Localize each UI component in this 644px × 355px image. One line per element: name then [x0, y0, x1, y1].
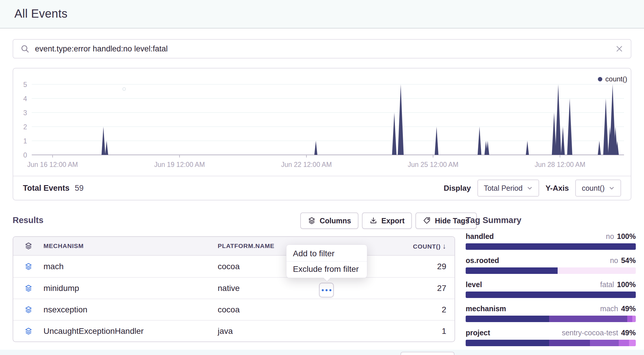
tag-bar-segment[interactable]: [549, 316, 627, 322]
tag-top-value: mach: [600, 304, 618, 313]
total-events-value: 59: [75, 184, 84, 193]
tag-summary-panel: Tag Summary handledno100%os.rootedno54%l…: [466, 212, 636, 346]
count-cell: 2: [335, 305, 455, 314]
tag-bar-segment[interactable]: [627, 316, 632, 322]
table-row[interactable]: nsexceptioncocoa2: [13, 299, 455, 320]
svg-text:Jun 28 12:00 AM: Jun 28 12:00 AM: [535, 161, 586, 168]
tag-summary-row: os.rootedno54%: [466, 256, 636, 274]
download-icon: [369, 217, 378, 225]
yaxis-label: Y-Axis: [546, 184, 569, 193]
search-bar[interactable]: [13, 39, 631, 58]
mechanism-cell: nsexception: [43, 305, 218, 314]
layers-icon: [13, 327, 43, 335]
table-body: machcocoa29minidumpnative27nsexceptionco…: [13, 256, 455, 341]
mechanism-cell: mach: [43, 262, 218, 271]
events-chart-card: 012345Jun 16 12:00 AMJun 19 12:00 AMJun …: [13, 68, 631, 200]
tag-bar-segment[interactable]: [466, 316, 549, 322]
platform-cell: native: [218, 284, 335, 293]
results-table: MECHANISM PLATFORM.NAME COUNT()↓ machcoc…: [13, 236, 455, 342]
columns-button[interactable]: Columns: [300, 212, 358, 229]
tag-name: os.rooted: [466, 256, 499, 265]
results-heading: Results: [13, 215, 43, 225]
table-header: MECHANISM PLATFORM.NAME COUNT()↓: [13, 237, 455, 256]
svg-text:Jun 19 12:00 AM: Jun 19 12:00 AM: [154, 161, 205, 168]
tag-distribution-bar[interactable]: [466, 340, 636, 346]
tag-bar-segment[interactable]: [549, 340, 590, 346]
tag-percent: 100%: [617, 232, 636, 241]
legend-dot: [598, 77, 602, 81]
display-dropdown[interactable]: Total Period: [477, 180, 539, 197]
tag-name: level: [466, 280, 482, 289]
table-row[interactable]: machcocoa29: [13, 256, 455, 277]
chevron-down-icon: [609, 185, 615, 191]
tag-summary-row: levelfatal100%: [466, 280, 636, 298]
tag-distribution-bar[interactable]: [466, 316, 636, 322]
tag-bar-segment[interactable]: [590, 340, 619, 346]
layers-icon: [13, 242, 43, 250]
tag-bar-segment[interactable]: [629, 340, 636, 346]
tag-distribution-bar[interactable]: [466, 243, 636, 250]
tag-summary-row: mechanismmach49%: [466, 304, 636, 322]
layers-icon: [13, 284, 43, 292]
svg-text:5: 5: [23, 81, 27, 88]
row-actions-button[interactable]: [319, 283, 334, 297]
layers-icon: [308, 217, 316, 225]
svg-text:1: 1: [23, 137, 27, 145]
legend-label: count(): [605, 75, 627, 83]
pagination-button-cutoff[interactable]: [400, 352, 455, 355]
tag-bar-segment[interactable]: [466, 292, 636, 298]
tag-top-value: no: [606, 232, 614, 241]
column-header-mechanism[interactable]: MECHANISM: [43, 242, 218, 249]
svg-text:4: 4: [23, 95, 27, 103]
tag-summary-row: handledno100%: [466, 232, 636, 250]
tag-percent: 100%: [617, 280, 636, 289]
table-row[interactable]: UncaughtExceptionHandlerjava1: [13, 320, 455, 341]
tag-percent: 49%: [621, 304, 636, 313]
display-label: Display: [444, 184, 471, 193]
tag-distribution-bar[interactable]: [466, 267, 636, 274]
yaxis-dropdown[interactable]: count(): [575, 180, 621, 197]
page-bottom-strip: [0, 350, 644, 355]
close-icon[interactable]: [615, 44, 624, 53]
tag-bar-segment[interactable]: [558, 267, 636, 274]
tag-percent: 49%: [621, 329, 636, 337]
chart-legend[interactable]: count(): [598, 75, 627, 83]
results-toolbar: Columns Export Hide Tags: [300, 212, 477, 229]
event-chart-svg[interactable]: 012345Jun 16 12:00 AMJun 19 12:00 AMJun …: [13, 68, 631, 176]
chevron-down-icon: [527, 185, 533, 191]
tag-bar-segment[interactable]: [619, 340, 629, 346]
svg-text:Jun 16 12:00 AM: Jun 16 12:00 AM: [27, 161, 78, 168]
table-row[interactable]: minidumpnative27: [13, 277, 455, 299]
menu-item-exclude-from-filter[interactable]: Exclude from filter: [286, 261, 367, 277]
layers-icon: [13, 306, 43, 314]
page-title: All Events: [14, 7, 68, 20]
total-events-label: Total Events: [23, 184, 70, 193]
search-input[interactable]: [35, 44, 615, 53]
all-events-page: All Events 012345Jun 16 12:00 AMJun 19 1…: [0, 0, 644, 355]
svg-text:2: 2: [23, 123, 27, 131]
export-button[interactable]: Export: [362, 212, 412, 229]
tag-top-value: fatal: [600, 280, 614, 289]
tag-bar-segment[interactable]: [466, 340, 549, 346]
tag-icon: [423, 217, 431, 225]
tag-percent: 54%: [621, 256, 636, 265]
tag-name: mechanism: [466, 304, 506, 313]
tag-distribution-bar[interactable]: [466, 292, 636, 298]
count-cell: 1: [335, 326, 455, 336]
tag-bar-segment[interactable]: [466, 267, 558, 274]
tag-top-value: sentry-cocoa-test: [562, 329, 618, 337]
platform-cell: java: [218, 326, 335, 336]
layers-icon: [13, 262, 43, 271]
count-cell: 27: [335, 284, 455, 293]
sort-desc-icon: ↓: [442, 242, 446, 250]
tag-name: handled: [466, 232, 494, 241]
menu-item-add-to-filter[interactable]: Add to filter: [286, 246, 367, 261]
tag-summary-row: projectsentry-cocoa-test49%: [466, 329, 636, 346]
page-header-band: [0, 0, 644, 29]
tag-top-value: no: [610, 256, 618, 265]
context-menu: Add to filter Exclude from filter: [286, 245, 367, 278]
mechanism-cell: minidump: [43, 284, 218, 293]
svg-text:Jun 22 12:00 AM: Jun 22 12:00 AM: [281, 161, 332, 168]
tag-bar-segment[interactable]: [466, 243, 636, 250]
tag-bar-segment[interactable]: [632, 316, 636, 322]
